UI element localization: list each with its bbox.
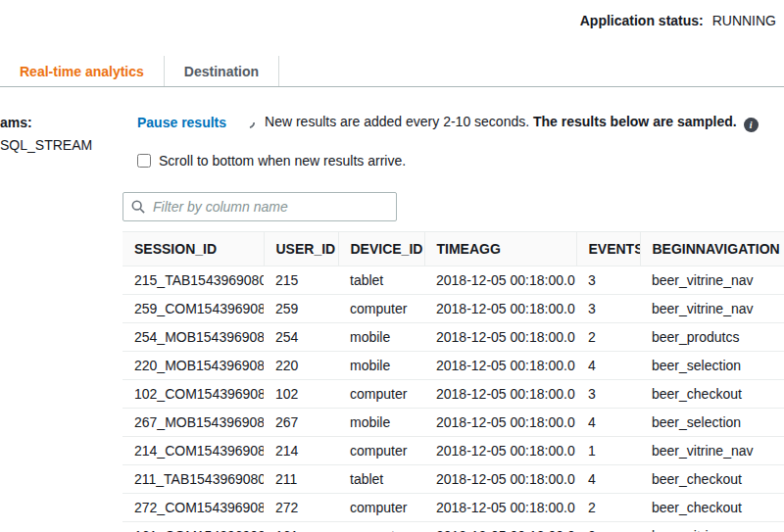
- application-status: Application status: RUNNING: [580, 13, 776, 28]
- cell-events: 2: [576, 323, 640, 352]
- cell-events: 2: [576, 522, 640, 532]
- cell-session_id: 267_MOB1543969080: [122, 409, 264, 437]
- pause-results-link[interactable]: Pause results: [137, 115, 226, 130]
- cell-session_id: 220_MOB1543969080: [122, 352, 264, 380]
- cell-beginnavigation: beer_selection: [640, 409, 784, 437]
- table-row: 272_COM1543969080272computer2018-12-05 0…: [122, 494, 784, 522]
- cell-timeagg: 2018-12-05 00:18:00.0: [424, 380, 576, 409]
- cell-device_id: computer: [338, 494, 424, 522]
- table-row: 215_TAB1543969080215tablet2018-12-05 00:…: [122, 266, 784, 295]
- table-row: 211_TAB1543969080211tablet2018-12-05 00:…: [122, 465, 784, 494]
- cell-device_id: computer: [338, 380, 424, 409]
- cell-timeagg: 2018-12-05 00:18:00.0: [424, 465, 576, 494]
- cell-user_id: 102: [264, 380, 338, 409]
- in-application-streams-label: ams:: [0, 115, 32, 130]
- cell-events: 4: [576, 352, 640, 380]
- cell-timeagg: 2018-12-05 00:18:00.0: [424, 409, 576, 437]
- cell-beginnavigation: beer_checkout: [640, 465, 784, 494]
- results-note: New results are added every 2-10 seconds…: [265, 114, 759, 132]
- cell-user_id: 215: [264, 266, 338, 295]
- cell-timeagg: 2018-12-05 00:18:00.0: [424, 323, 576, 352]
- cell-user_id: 259: [264, 295, 338, 323]
- cell-beginnavigation: beer_checkout: [640, 494, 784, 522]
- cell-beginnavigation: beer_produtcs: [640, 323, 784, 352]
- cell-timeagg: 2018-12-05 00:18:00.0: [424, 352, 576, 380]
- cell-timeagg: 2018-12-05 00:18:00.0: [424, 295, 576, 323]
- table-row: 214_COM1543969080214computer2018-12-05 0…: [122, 437, 784, 465]
- results-table-header-row: SESSION_IDUSER_IDDEVICE_IDTIMEAGGEVENTSB…: [122, 232, 784, 266]
- cell-session_id: 259_COM1543969080: [122, 295, 264, 323]
- cell-user_id: 161: [264, 522, 338, 532]
- info-icon[interactable]: i: [744, 118, 759, 132]
- cell-session_id: 272_COM1543969080: [122, 494, 264, 522]
- cell-session_id: 161_COM1543969080: [122, 522, 264, 532]
- cell-user_id: 272: [264, 494, 338, 522]
- results-table-body: 215_TAB1543969080215tablet2018-12-05 00:…: [122, 266, 784, 532]
- cell-events: 4: [576, 409, 640, 437]
- cell-events: 3: [576, 295, 640, 323]
- cell-device_id: mobile: [338, 352, 424, 380]
- application-status-value: RUNNING: [712, 13, 776, 28]
- filter-field: [122, 192, 397, 221]
- cell-device_id: computer: [338, 522, 424, 532]
- table-row: 254_MOB1543969080254mobile2018-12-05 00:…: [122, 323, 784, 352]
- cell-beginnavigation: beer_selection: [640, 352, 784, 380]
- results-table: SESSION_IDUSER_IDDEVICE_IDTIMEAGGEVENTSB…: [122, 231, 784, 532]
- column-header-beginnavigation: BEGINNAVIGATION: [640, 232, 784, 266]
- cell-beginnavigation: beer_vitrine_nav: [640, 522, 784, 532]
- cell-user_id: 220: [264, 352, 338, 380]
- cell-beginnavigation: beer_vitrine_nav: [640, 295, 784, 323]
- table-row: 259_COM1543969080259computer2018-12-05 0…: [122, 295, 784, 323]
- cell-device_id: mobile: [338, 323, 424, 352]
- results-panel: Pause results New results are added ever…: [122, 114, 784, 532]
- scroll-to-bottom-row: Scroll to bottom when new results arrive…: [137, 153, 784, 169]
- cell-events: 3: [576, 380, 640, 409]
- table-row: 220_MOB1543969080220mobile2018-12-05 00:…: [122, 352, 784, 380]
- cell-session_id: 214_COM1543969080: [122, 437, 264, 465]
- cell-beginnavigation: beer_vitrine_nav: [640, 266, 784, 295]
- tab-destination[interactable]: Destination: [165, 56, 279, 86]
- cell-events: 1: [576, 437, 640, 465]
- cell-beginnavigation: beer_checkout: [640, 380, 784, 409]
- stream-list-item[interactable]: SQL_STREAM: [0, 137, 92, 153]
- cell-device_id: computer: [338, 437, 424, 465]
- results-note-text: New results are added every 2-10 seconds…: [265, 114, 529, 129]
- cell-user_id: 211: [264, 465, 338, 494]
- column-header-events: EVENTS: [576, 232, 640, 266]
- tab-bar: Real-time analytics Destination: [0, 56, 784, 87]
- cell-beginnavigation: beer_vitrine_nav: [640, 437, 784, 465]
- column-header-session_id: SESSION_ID: [122, 232, 264, 266]
- table-row: 267_MOB1543969080267mobile2018-12-05 00:…: [122, 409, 784, 437]
- results-note-sampled-text: The results below are sampled.: [533, 114, 737, 129]
- tab-real-time-analytics[interactable]: Real-time analytics: [0, 56, 165, 86]
- cell-device_id: tablet: [338, 266, 424, 295]
- cell-session_id: 102_COM1543969080: [122, 380, 264, 409]
- pause-row: Pause results New results are added ever…: [137, 114, 784, 131]
- cell-events: 3: [576, 266, 640, 295]
- cell-timeagg: 2018-12-05 00:18:00.0: [424, 494, 576, 522]
- scroll-to-bottom-checkbox[interactable]: [137, 154, 151, 168]
- column-header-timeagg: TIMEAGG: [424, 232, 576, 266]
- cell-session_id: 254_MOB1543969080: [122, 323, 264, 352]
- cell-device_id: tablet: [338, 465, 424, 494]
- loading-spinner-icon: [242, 115, 257, 129]
- cell-timeagg: 2018-12-05 00:18:00.0: [424, 522, 576, 532]
- cell-device_id: mobile: [338, 409, 424, 437]
- table-row: 161_COM1543969080161computer2018-12-05 0…: [122, 522, 784, 532]
- application-status-label: Application status:: [580, 13, 704, 28]
- filter-by-column-input[interactable]: [122, 192, 397, 221]
- cell-timeagg: 2018-12-05 00:18:00.0: [424, 437, 576, 465]
- scroll-to-bottom-label: Scroll to bottom when new results arrive…: [159, 153, 406, 169]
- cell-events: 2: [576, 494, 640, 522]
- column-header-device_id: DEVICE_ID: [338, 232, 424, 266]
- cell-device_id: computer: [338, 295, 424, 323]
- table-row: 102_COM1543969080102computer2018-12-05 0…: [122, 380, 784, 409]
- cell-user_id: 214: [264, 437, 338, 465]
- cell-events: 4: [576, 465, 640, 494]
- column-header-user_id: USER_ID: [264, 232, 338, 266]
- cell-timeagg: 2018-12-05 00:18:00.0: [424, 266, 576, 295]
- cell-user_id: 267: [264, 409, 338, 437]
- cell-user_id: 254: [264, 323, 338, 352]
- cell-session_id: 215_TAB1543969080: [122, 266, 264, 295]
- cell-session_id: 211_TAB1543969080: [122, 465, 264, 494]
